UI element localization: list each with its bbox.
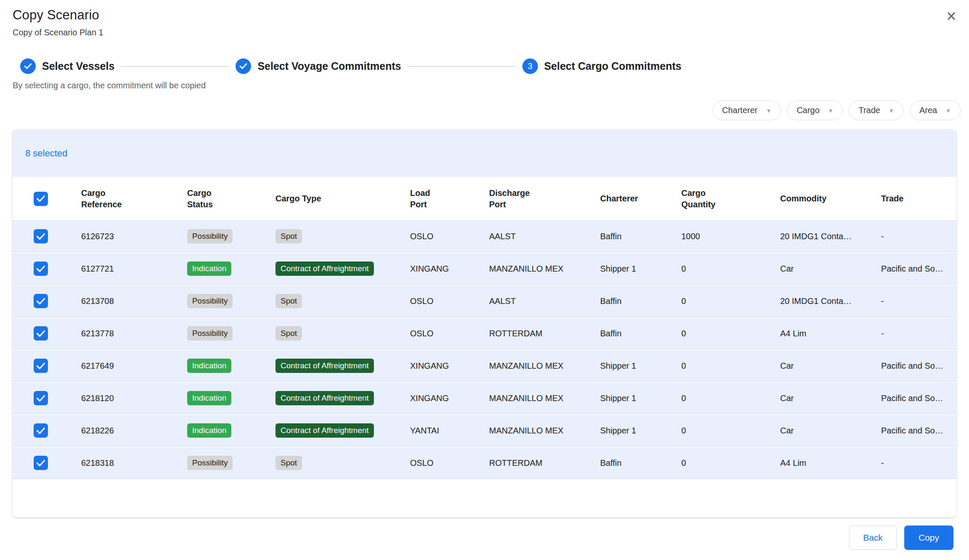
cell-trade: -: [881, 296, 956, 306]
cell-cargo-status: Possibility: [187, 294, 275, 309]
cell-cargo-reference: 6126723: [81, 232, 187, 241]
cell-cargo-reference: 6218120: [81, 394, 187, 403]
filter-trade[interactable]: Trade ▼: [849, 100, 903, 120]
cell-discharge-port: ROTTERDAM: [489, 458, 600, 468]
cell-cargo-type: Spot: [275, 229, 410, 244]
selection-count: 8 selected: [25, 148, 67, 159]
row-checkbox-cell: [13, 294, 81, 308]
row-checkbox[interactable]: [34, 423, 48, 438]
cell-cargo-quantity: 1000: [681, 232, 780, 241]
row-checkbox[interactable]: [34, 326, 48, 341]
cell-commodity: Car: [780, 264, 881, 274]
cell-cargo-quantity: 0: [681, 361, 780, 371]
filter-charterer[interactable]: Charterer ▼: [712, 100, 781, 120]
cargo-type-badge: Spot: [275, 456, 302, 470]
select-all-checkbox[interactable]: [34, 192, 48, 206]
column-header-cargo-quantity: CargoQuantity: [681, 188, 780, 210]
back-button[interactable]: Back: [849, 526, 897, 550]
cell-commodity: Car: [780, 394, 881, 403]
step-select-vessels[interactable]: Select Vessels: [20, 58, 114, 74]
status-badge: Indication: [187, 391, 231, 406]
filter-cargo[interactable]: Cargo ▼: [787, 100, 843, 120]
table-row[interactable]: 6218226 Indication Contract of Affreight…: [13, 415, 956, 446]
cargo-type-badge: Spot: [275, 326, 302, 341]
cell-cargo-status: Possibility: [187, 229, 275, 244]
cell-commodity: 20 IMDG1 Conta…: [780, 232, 881, 241]
cell-charterer: Baffin: [600, 329, 681, 338]
cell-load-port: YANTAI: [410, 426, 489, 436]
cell-commodity: Car: [780, 426, 881, 436]
cell-load-port: OSLO: [410, 232, 489, 241]
close-icon[interactable]: ×: [941, 6, 961, 26]
filter-area[interactable]: Area ▼: [910, 100, 961, 120]
status-badge: Possibility: [187, 456, 233, 470]
status-badge: Indication: [187, 423, 231, 438]
table-header-row: CargoReferenceCargoStatusCargo TypeLoadP…: [13, 177, 956, 221]
cell-trade: -: [881, 458, 956, 468]
cell-commodity: A4 Lim: [780, 458, 881, 468]
selection-bar: 8 selected: [13, 129, 956, 177]
cell-commodity: 20 IMDG1 Conta…: [780, 296, 881, 306]
row-checkbox-cell: [13, 262, 81, 276]
cargo-type-badge: Spot: [275, 294, 302, 309]
row-checkbox[interactable]: [34, 262, 48, 276]
cell-discharge-port: MANZANILLO MEX: [489, 361, 600, 371]
table-row[interactable]: 6213778 Possibility Spot OSLO ROTTERDAM …: [13, 318, 956, 349]
table-row[interactable]: 6213708 Possibility Spot OSLO AALST Baff…: [13, 285, 956, 317]
page-title: Copy Scenario: [13, 8, 956, 23]
table-row[interactable]: 6217649 Indication Contract of Affreight…: [13, 350, 956, 382]
column-header-cargo-type: Cargo Type: [275, 193, 410, 204]
filter-label: Cargo: [797, 106, 819, 115]
step-label: Select Cargo Commitments: [544, 60, 681, 72]
cell-load-port: OSLO: [410, 329, 489, 338]
dialog-header: Copy Scenario Copy of Scenario Plan 1 ×: [0, 0, 969, 37]
copy-button[interactable]: Copy: [904, 526, 953, 550]
table-row[interactable]: 6218120 Indication Contract of Affreight…: [13, 383, 956, 414]
row-checkbox[interactable]: [34, 456, 48, 470]
row-checkbox-cell: [13, 456, 81, 470]
dialog-subtitle: Copy of Scenario Plan 1: [13, 28, 956, 37]
row-checkbox[interactable]: [34, 229, 48, 243]
table-row[interactable]: 6218318 Possibility Spot OSLO ROTTERDAM …: [13, 447, 956, 479]
filter-label: Charterer: [722, 106, 757, 115]
table-row[interactable]: 6126723 Possibility Spot OSLO AALST Baff…: [13, 221, 956, 252]
cell-cargo-quantity: 0: [681, 329, 780, 338]
cell-cargo-reference: 6127721: [81, 264, 187, 274]
filter-label: Trade: [858, 106, 880, 115]
row-checkbox[interactable]: [34, 391, 48, 405]
row-checkbox-cell: [13, 229, 81, 243]
column-header-cargo-reference: CargoReference: [81, 188, 187, 210]
filter-label: Area: [919, 106, 937, 115]
cargo-type-badge: Contract of Affreightment: [275, 359, 374, 373]
table-row[interactable]: 6127721 Indication Contract of Affreight…: [13, 253, 956, 285]
row-checkbox[interactable]: [34, 294, 48, 308]
status-badge: Possibility: [187, 294, 233, 309]
step-label: Select Vessels: [42, 60, 114, 72]
cell-cargo-reference: 6218226: [81, 426, 187, 436]
step-number-icon: 3: [522, 58, 538, 74]
cell-cargo-quantity: 0: [681, 296, 780, 306]
cell-cargo-reference: 6218318: [81, 458, 187, 468]
cargo-commitments-panel: 8 selected CargoReferenceCargoStatusCarg…: [13, 129, 956, 518]
cell-cargo-quantity: 0: [681, 264, 780, 274]
cell-cargo-type: Contract of Affreightment: [275, 391, 410, 406]
cell-commodity: Car: [780, 361, 881, 371]
cell-trade: Pacific and So…: [881, 361, 956, 371]
stepper-hint: By selecting a cargo, the commitment wil…: [13, 81, 969, 90]
step-label: Select Voyage Commitments: [257, 60, 401, 72]
cell-discharge-port: AALST: [489, 296, 600, 306]
cell-trade: Pacific and So…: [881, 394, 956, 403]
row-checkbox-cell: [13, 391, 81, 405]
step-select-cargo-commitments[interactable]: 3 Select Cargo Commitments: [522, 58, 681, 74]
status-badge: Possibility: [187, 326, 233, 341]
step-select-voyage-commitments[interactable]: Select Voyage Commitments: [236, 58, 401, 74]
row-checkbox[interactable]: [34, 359, 48, 373]
cell-cargo-type: Spot: [275, 456, 410, 470]
cell-cargo-reference: 6213778: [81, 329, 187, 338]
stepper-connector: [408, 66, 516, 67]
cell-trade: Pacific and So…: [881, 426, 956, 436]
column-header-commodity: Commodity: [780, 193, 881, 204]
cell-trade: -: [881, 232, 956, 241]
chevron-down-icon: ▼: [766, 108, 771, 114]
cell-cargo-status: Indication: [187, 391, 275, 406]
